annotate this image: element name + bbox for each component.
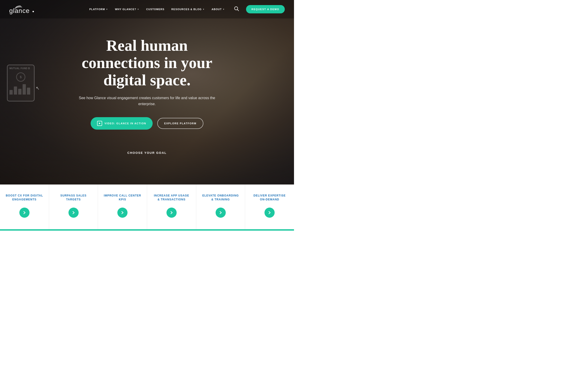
- svg-marker-4: [99, 123, 101, 124]
- card-elevate-onboarding-arrow[interactable]: [216, 207, 226, 218]
- hero-subtitle: See how Glance visual engagement creates…: [78, 95, 216, 107]
- card-elevate-onboarding: ELEVATE ONBOARDING & TRAINING: [196, 184, 245, 229]
- card-improve-call-title: IMPROVE CALL CENTER KPIs: [103, 194, 141, 202]
- search-icon[interactable]: [234, 6, 239, 12]
- about-dropdown-arrow: ▼: [223, 8, 225, 10]
- svg-point-1: [32, 11, 34, 12]
- nav-about[interactable]: ABOUT ▼: [212, 8, 225, 10]
- logo[interactable]: glance: [9, 4, 39, 14]
- card-increase-app: INCREASE APP USAGE & TRANSACTIONS: [147, 184, 196, 229]
- resources-dropdown-arrow: ▼: [203, 8, 205, 10]
- hero-section: MUTUAL FUND B $ ↖ Real human connections…: [0, 0, 294, 184]
- nav-platform[interactable]: PLATFORM ▼: [89, 8, 108, 10]
- nav-customers[interactable]: CUSTOMERS: [146, 8, 164, 10]
- card-improve-call: IMPROVE CALL CENTER KPIs: [98, 184, 147, 229]
- main-nav: PLATFORM ▼ WHY GLANCE? ▼ CUSTOMERS RESOU…: [89, 5, 285, 13]
- bottom-accent-bar: [0, 229, 294, 231]
- explore-platform-button[interactable]: EXPLORE PLATFORM: [157, 118, 203, 129]
- card-surpass-sales-title: SURPASS SALES TARGETS: [55, 194, 92, 202]
- card-improve-call-arrow[interactable]: [117, 207, 128, 218]
- card-increase-app-arrow[interactable]: [166, 207, 177, 218]
- goal-cards-section: BOOST CX FOR DIGITAL ENGAGEMENTS SURPASS…: [0, 184, 294, 229]
- why-glance-dropdown-arrow: ▼: [137, 8, 139, 10]
- card-deliver-expertise: DELIVER EXPERTISE ON-DEMAND: [245, 184, 294, 229]
- cursor-icon: ↖: [36, 85, 40, 91]
- nav-why-glance[interactable]: WHY GLANCE? ▼: [115, 8, 139, 10]
- svg-text:glance: glance: [9, 7, 30, 14]
- card-surpass-sales: SURPASS SALES TARGETS: [49, 184, 98, 229]
- main-header: glance PLATFORM ▼ WHY GLANCE? ▼ CUSTOMER…: [0, 0, 294, 19]
- card-elevate-onboarding-title: ELEVATE ONBOARDING & TRAINING: [202, 194, 240, 202]
- video-button[interactable]: VIDEO: GLANCE IN ACTION: [91, 117, 153, 130]
- card-deliver-expertise-arrow[interactable]: [264, 207, 275, 218]
- choose-goal-label: CHOOSE YOUR GOAL: [0, 151, 294, 154]
- card-boost-cx-arrow[interactable]: [19, 207, 30, 218]
- card-increase-app-title: INCREASE APP USAGE & TRANSACTIONS: [153, 194, 191, 202]
- play-icon: [97, 121, 102, 126]
- platform-dropdown-arrow: ▼: [106, 8, 108, 10]
- hero-buttons: VIDEO: GLANCE IN ACTION EXPLORE PLATFORM: [78, 117, 216, 130]
- svg-line-3: [237, 10, 239, 11]
- hero-content: Real human connections in your digital s…: [60, 0, 235, 144]
- hero-device-overlay: MUTUAL FUND B $: [7, 65, 35, 102]
- card-surpass-sales-arrow[interactable]: [69, 207, 79, 218]
- nav-resources[interactable]: RESOURCES & BLOG ▼: [171, 8, 204, 10]
- card-boost-cx: BOOST CX FOR DIGITAL ENGAGEMENTS: [0, 184, 49, 229]
- card-boost-cx-title: BOOST CX FOR DIGITAL ENGAGEMENTS: [6, 194, 43, 202]
- request-demo-button[interactable]: REQUEST A DEMO: [246, 5, 285, 13]
- hero-title: Real human connections in your digital s…: [78, 37, 216, 89]
- card-deliver-expertise-title: DELIVER EXPERTISE ON-DEMAND: [251, 194, 288, 202]
